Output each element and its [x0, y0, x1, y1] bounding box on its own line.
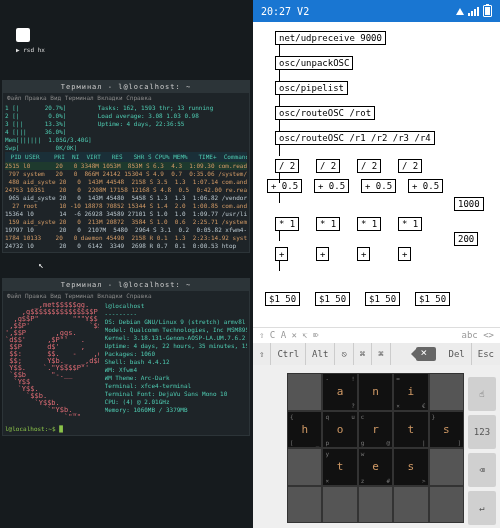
pd-object[interactable]: + 0.5 [408, 179, 443, 193]
esc-key-icon[interactable]: ⎋ [335, 343, 353, 365]
pd-object[interactable]: * 1 [316, 217, 340, 231]
key[interactable]: ty× [322, 448, 357, 486]
hint-right: abc <> [461, 330, 494, 341]
key[interactable]: h{[_ [287, 411, 322, 449]
pd-object[interactable]: + 0.5 [314, 179, 349, 193]
key[interactable]: t| [393, 411, 428, 449]
pd-object[interactable]: * 1 [275, 217, 299, 231]
backspace-icon[interactable] [416, 347, 436, 361]
key[interactable]: oqup [322, 411, 357, 449]
pd-object[interactable]: 200 [454, 232, 478, 246]
pd-object[interactable]: + [398, 247, 411, 261]
pd-object[interactable]: * 1 [398, 217, 422, 231]
ctrl-key[interactable]: Ctrl [271, 343, 306, 365]
key[interactable] [429, 448, 464, 486]
process-row[interactable]: 2515 l0 20 0 3348M 1053M 853M S 6.3 4.3 … [5, 162, 247, 170]
del-key[interactable]: Del [442, 343, 471, 365]
pd-object[interactable]: / 2 [275, 159, 299, 173]
pd-wire [279, 192, 280, 203]
key[interactable]: s> [393, 448, 428, 486]
key[interactable] [287, 486, 322, 524]
pd-object[interactable]: / 2 [357, 159, 381, 173]
key[interactable]: n [358, 373, 393, 411]
pd-object[interactable]: 1000 [454, 197, 484, 211]
pd-patch-canvas[interactable]: net/udpreceive 9000osc/unpackOSCosc/pipe… [253, 22, 500, 327]
desktop-icon[interactable]: ▶ rsd hx [16, 28, 45, 53]
key[interactable]: s}] [429, 411, 464, 449]
key[interactable] [429, 486, 464, 524]
desktop-icon-label: ▶ rsd hx [16, 46, 45, 53]
clock: 20:27 [261, 6, 291, 17]
shift-key[interactable]: ⇧ [253, 343, 271, 365]
pd-object[interactable]: net/udpreceive 9000 [275, 31, 386, 45]
key[interactable]: i=×€ [393, 373, 428, 411]
pd-object[interactable]: / 2 [398, 159, 422, 173]
key[interactable] [358, 486, 393, 524]
pd-object[interactable]: $1 50 [315, 292, 350, 306]
process-row[interactable]: 797 system 20 0 866M 24142 15304 S 4.9 0… [5, 170, 247, 178]
terminal-desktop: ▶ rsd hx Терминал - l@localhost: ~ Файл … [0, 0, 253, 528]
pd-object[interactable]: osc/pipelist [275, 81, 348, 95]
terminal-title: Терминал - l@localhost: ~ [3, 279, 249, 291]
status-bar: 20:27 V2 [253, 0, 500, 22]
key[interactable]: ewz# [358, 448, 393, 486]
side-key[interactable]: 123 [468, 415, 496, 449]
pd-wire [279, 230, 280, 241]
side-key[interactable]: ☝ [468, 377, 496, 411]
pd-object[interactable]: $1 50 [365, 292, 400, 306]
key[interactable] [393, 486, 428, 524]
pd-object[interactable]: + [357, 247, 370, 261]
pd-object[interactable]: $1 50 [265, 292, 300, 306]
file-icon [16, 28, 30, 42]
process-row[interactable]: 24732 l0 20 0 6142 3349 2698 R 0.7 0.1 0… [5, 242, 247, 250]
pd-object[interactable]: + 0.5 [267, 179, 302, 193]
cmd-key-2[interactable]: ⌘ [372, 343, 390, 365]
phone-screen: 20:27 V2 net/udpreceive 9000osc/unpackOS… [253, 0, 500, 528]
status-text: V2 [297, 6, 309, 17]
key[interactable]: rcg@ [358, 411, 393, 449]
terminal-window-neofetch[interactable]: Терминал - l@localhost: ~ Файл Правка Ви… [2, 278, 250, 436]
key[interactable] [287, 373, 322, 411]
pd-wire [279, 45, 280, 56]
shell-prompt[interactable]: l@localhost:~$ █ [5, 425, 63, 432]
htop-summary: Tasks: 162, 1593 thr; 13 running Load av… [98, 104, 214, 152]
pd-object[interactable]: + [316, 247, 329, 261]
process-row[interactable]: 159 aid_syste 20 0 213M 20872 3584 S 1.0… [5, 218, 247, 226]
pd-object[interactable]: $1 50 [415, 292, 450, 306]
pd-wire [279, 120, 280, 131]
pd-object[interactable]: osc/unpackOSC [275, 56, 353, 70]
cursor-icon: ↖ [38, 260, 43, 270]
software-keyboard[interactable]: a-!?ni=×€h{[_oquprcg@t|s}]ty×ewz#s> ☝123… [253, 365, 500, 528]
key[interactable] [322, 486, 357, 524]
htop-process-list[interactable]: 2515 l0 20 0 3348M 1053M 853M S 6.3 4.3 … [5, 162, 247, 250]
terminal-menu[interactable]: Файл Правка Вид Терминал Вкладки Справка [3, 291, 249, 300]
alt-key[interactable]: Alt [306, 343, 335, 365]
process-row[interactable]: 15364 l0 14 -6 26928 34589 27101 S 1.0 1… [5, 210, 247, 218]
process-row[interactable]: 965 aid_syste 20 0 143M 45480 5458 S 1.3… [5, 194, 247, 202]
signal-icon [468, 7, 479, 16]
key[interactable] [287, 448, 322, 486]
cmd-key[interactable]: ⌘ [354, 343, 372, 365]
process-row[interactable]: 27 root 10 -10 18878 70852 15344 S 1.4 2… [5, 202, 247, 210]
wifi-icon [456, 8, 464, 15]
process-row[interactable]: 1784 10133 20 0 daemon 45490 2158 R 0.1 … [5, 234, 247, 242]
pd-object[interactable]: osc/routeOSC /r1 /r2 /r3 /r4 [275, 131, 435, 145]
neofetch-info: l@localhost --------- OS: Debian GNU/Lin… [105, 302, 247, 421]
key[interactable]: a-!? [322, 373, 357, 411]
pd-object[interactable]: / 2 [316, 159, 340, 173]
pd-object[interactable]: * 1 [357, 217, 381, 231]
pd-object[interactable]: + 0.5 [361, 179, 396, 193]
terminal-window-htop[interactable]: Терминал - l@localhost: ~ Файл Правка Ви… [2, 80, 250, 253]
pd-object[interactable]: osc/routeOSC /rot [275, 106, 375, 120]
process-row[interactable]: 24753 10351 20 0 2208M 17158 12168 S 4.8… [5, 186, 247, 194]
key[interactable] [429, 373, 464, 411]
process-row[interactable]: 480 aid_syste 20 0 143M 44548 2158 S 3.5… [5, 178, 247, 186]
side-key[interactable]: ↵ [468, 491, 496, 525]
pd-object[interactable]: + [275, 247, 288, 261]
side-key[interactable]: ⌫ [468, 453, 496, 487]
process-row[interactable]: 19797 l0 20 0 2107M 5480 2964 S 3.1 0.2 … [5, 226, 247, 234]
pd-wire [279, 70, 280, 81]
modifier-bar[interactable]: ⇧ Ctrl Alt ⎋ ⌘ ⌘ Del Esc [253, 343, 500, 365]
terminal-menu[interactable]: Файл Правка Вид Терминал Вкладки Справка [3, 93, 249, 102]
esc-key[interactable]: Esc [472, 343, 500, 365]
